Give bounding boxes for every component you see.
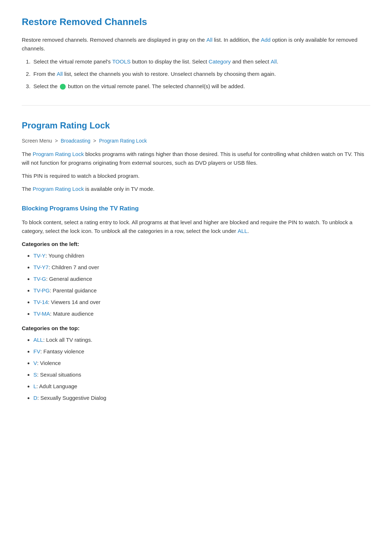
category-desc: : Violence xyxy=(37,360,61,366)
category-desc: : Children 7 and over xyxy=(49,264,99,270)
category-desc: : Mature audience xyxy=(50,311,94,317)
list-item: TV-14: Viewers 14 and over xyxy=(33,298,370,307)
program-rating-lock-link-1[interactable]: Program Rating Lock xyxy=(33,151,84,157)
list-item: D: Sexually Suggestive Dialog xyxy=(33,394,370,402)
category-desc: : Viewers 14 and over xyxy=(48,299,101,305)
list-item: V: Violence xyxy=(33,359,370,368)
restore-intro-paragraph: Restore removed channels. Removed channe… xyxy=(22,36,370,53)
category-desc: : Lock all TV ratings. xyxy=(43,337,93,343)
categories-left-label: Categories on the left: xyxy=(22,240,370,249)
list-item: L: Adult Language xyxy=(33,382,370,391)
list-item: TV-G: General audience xyxy=(33,275,370,283)
category-desc: : Fantasy violence xyxy=(40,348,84,354)
category-label: TV-G xyxy=(33,276,46,282)
all-link-1[interactable]: All xyxy=(207,37,213,43)
category-label: D xyxy=(33,395,37,401)
blocking-programs-subsection: Blocking Programs Using the TV Rating To… xyxy=(22,204,370,402)
breadcrumb-separator-1: > xyxy=(55,138,59,144)
category-desc: : Young children xyxy=(45,253,84,259)
category-label: FV xyxy=(33,348,40,354)
category-label: V xyxy=(33,360,37,366)
category-desc: : General audience xyxy=(46,276,92,282)
program-rating-lock-link-2[interactable]: Program Rating Lock xyxy=(33,186,84,192)
restore-steps-list: Select the virtual remote panel's TOOLS … xyxy=(22,57,370,91)
all-lock-link[interactable]: ALL xyxy=(238,228,248,234)
list-item: TV-Y: Young children xyxy=(33,251,370,260)
restore-removed-channels-title: Restore Removed Channels xyxy=(22,15,370,30)
program-rating-lock-title: Program Rating Lock xyxy=(22,119,370,132)
category-label: TV-14 xyxy=(33,299,48,305)
list-item: ALL: Lock all TV ratings. xyxy=(33,336,370,344)
broadcasting-breadcrumb-link[interactable]: Broadcasting xyxy=(61,138,90,144)
list-item: TV-MA: Mature audience xyxy=(33,309,370,318)
category-label: TV-PG xyxy=(33,287,50,294)
category-desc: : Sexual situations xyxy=(37,372,81,378)
all-link-2[interactable]: All xyxy=(271,58,277,65)
rating-lock-para2: This PIN is required to watch a blocked … xyxy=(22,172,370,180)
categories-top-label: Categories on the top: xyxy=(22,324,370,333)
restore-step-1: Select the virtual remote panel's TOOLS … xyxy=(32,57,370,66)
category-label: TV-Y xyxy=(33,253,45,259)
green-button-icon xyxy=(60,84,66,90)
list-item: S: Sexual situations xyxy=(33,370,370,379)
list-item: TV-PG: Parental guidance xyxy=(33,286,370,295)
breadcrumb: Screen Menu > Broadcasting > Program Rat… xyxy=(22,137,370,145)
categories-top-list: ALL: Lock all TV ratings.FV: Fantasy vio… xyxy=(22,336,370,402)
program-rating-lock-section: Program Rating Lock Screen Menu > Broadc… xyxy=(22,119,370,402)
category-label: TV-Y7 xyxy=(33,264,49,270)
breadcrumb-separator-2: > xyxy=(93,138,98,144)
category-desc: : Sexually Suggestive Dialog xyxy=(37,395,106,401)
category-desc: : Parental guidance xyxy=(50,287,97,294)
tools-link[interactable]: TOOLS xyxy=(112,58,131,65)
rating-lock-para3: The Program Rating Lock is available onl… xyxy=(22,185,370,193)
restore-removed-channels-section: Restore Removed Channels Restore removed… xyxy=(22,15,370,91)
category-desc: : Adult Language xyxy=(36,383,77,389)
restore-step-2: From the All list, select the channels y… xyxy=(32,70,370,78)
program-rating-lock-breadcrumb-link[interactable]: Program Rating Lock xyxy=(99,138,147,144)
blocking-intro: To block content, select a rating entry … xyxy=(22,218,370,235)
category-label: S xyxy=(33,372,37,378)
category-label: TV-MA xyxy=(33,311,50,317)
categories-left-list: TV-Y: Young childrenTV-Y7: Children 7 an… xyxy=(22,251,370,318)
add-link[interactable]: Add xyxy=(261,37,271,43)
blocking-programs-title: Blocking Programs Using the TV Rating xyxy=(22,204,370,213)
rating-lock-para1: The Program Rating Lock blocks programs … xyxy=(22,150,370,167)
breadcrumb-prefix: Screen Menu xyxy=(22,138,52,144)
category-label: ALL xyxy=(33,337,43,343)
section-divider xyxy=(22,105,370,106)
category-link[interactable]: Category xyxy=(209,58,231,65)
list-item: FV: Fantasy violence xyxy=(33,347,370,356)
list-item: TV-Y7: Children 7 and over xyxy=(33,263,370,272)
restore-step-3: Select the button on the virtual remote … xyxy=(32,82,370,91)
all-link-3[interactable]: All xyxy=(57,71,63,77)
